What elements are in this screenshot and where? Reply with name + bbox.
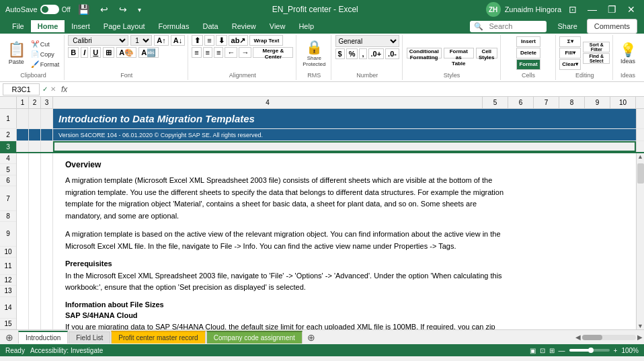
bold-button[interactable]: B [68, 47, 79, 58]
normal-view-icon[interactable]: ▣ [530, 347, 536, 354]
sheet-tab-company-code[interactable]: Company code assignment [206, 331, 303, 344]
cell-2-2[interactable] [29, 129, 41, 141]
close-icon[interactable]: ✕ [624, 3, 639, 16]
indent-decrease-button[interactable]: ← [225, 47, 237, 58]
fill-color-button[interactable]: A🎨 [116, 47, 136, 58]
tab-review[interactable]: Review [225, 20, 263, 32]
align-left-button[interactable]: ≡ [192, 47, 201, 58]
sheet-tab-introduction[interactable]: Introduction [18, 331, 68, 344]
text-angle-button[interactable]: ab↗ [229, 35, 249, 46]
autosum-button[interactable]: Σ▾ [559, 36, 581, 47]
vertical-scrollbar[interactable]: ▲ ▼ [636, 153, 644, 329]
tab-data[interactable]: Data [196, 20, 225, 32]
fill-button[interactable]: Fill▾ [559, 48, 581, 58]
save-icon[interactable]: 💾 [75, 3, 93, 16]
format-button[interactable]: Format [516, 59, 540, 70]
cell-3-4[interactable] [53, 141, 636, 152]
cell-reference-input[interactable] [3, 83, 40, 95]
tab-view[interactable]: View [263, 20, 292, 32]
format-as-table-button[interactable]: Format asTable [444, 48, 474, 58]
scroll-left-button[interactable]: ◀ [575, 333, 581, 341]
scroll-up-button[interactable]: ▲ [637, 153, 644, 160]
underline-button[interactable]: U [90, 47, 101, 58]
share-button[interactable]: Share [551, 19, 583, 33]
main-content-cell[interactable]: Overview A migration template (Microsoft… [53, 153, 636, 329]
minimize-icon[interactable]: — [584, 3, 600, 16]
cancel-formula-icon[interactable]: ✕ [50, 85, 56, 93]
tab-file[interactable]: File [5, 20, 31, 32]
find-select-button[interactable]: Find & Select [583, 53, 610, 64]
font-grow-button[interactable]: A↑ [154, 35, 168, 46]
add-sheet-button[interactable]: ⊕ [1, 332, 17, 343]
currency-button[interactable]: $ [335, 48, 345, 59]
sort-filter-button[interactable]: Sort & Filter [583, 42, 610, 52]
cut-button[interactable]: ✂️ Cut [29, 40, 62, 48]
horizontal-scroll-thumb[interactable] [582, 335, 602, 340]
tab-insert[interactable]: Insert [65, 20, 97, 32]
cell-2-4[interactable]: Version S4CORE 104 - 06.01.2020 © Copyri… [53, 129, 636, 141]
ideas-button[interactable]: 💡 Ideas [617, 40, 639, 66]
cell-3-2[interactable] [29, 141, 41, 152]
sheet-tab-profit-center[interactable]: Profit center master record [111, 331, 205, 344]
user-avatar[interactable]: ZH [486, 2, 501, 17]
autosave-toggle[interactable] [40, 5, 59, 14]
search-input[interactable] [489, 22, 542, 30]
tab-page-layout[interactable]: Page Layout [97, 20, 152, 32]
align-right-button[interactable]: ≡ [214, 47, 223, 58]
conditional-formatting-button[interactable]: ConditionalFormatting [407, 48, 442, 58]
align-top-button[interactable]: ⬆ [192, 35, 203, 46]
cell-styles-button[interactable]: CellStyles [476, 48, 497, 58]
cell-1-2[interactable] [29, 109, 41, 128]
font-color-button[interactable]: A🔤 [138, 47, 159, 58]
cell-2-3[interactable] [41, 129, 53, 141]
tab-help[interactable]: Help [292, 20, 321, 32]
align-bottom-button[interactable]: ⬇ [216, 35, 227, 46]
font-size-select[interactable]: 11 [130, 35, 152, 46]
tab-home[interactable]: Home [31, 20, 65, 32]
clear-button[interactable]: Clear▾ [559, 59, 581, 70]
align-center-button[interactable]: ≡ [203, 47, 212, 58]
redo-icon[interactable]: ↪ [116, 3, 130, 16]
comma-button[interactable]: , [359, 48, 366, 59]
copy-button[interactable]: 📄 Copy [29, 50, 62, 58]
decimal-increase-button[interactable]: .0+ [368, 48, 385, 59]
ribbon-display-icon[interactable]: ⊡ [565, 3, 580, 16]
percent-button[interactable]: % [346, 48, 358, 59]
cell-3-3[interactable] [41, 141, 53, 152]
scroll-right-button[interactable]: ▶ [637, 333, 643, 341]
restore-icon[interactable]: ❐ [604, 3, 620, 16]
cell-2-1[interactable] [17, 129, 29, 141]
paste-button[interactable]: 📋 Paste [5, 40, 28, 67]
insert-button[interactable]: Insert [516, 36, 540, 47]
merge-center-button[interactable]: Merge & Center [253, 47, 293, 58]
horizontal-scrollbar[interactable] [582, 335, 636, 340]
zoom-slider-thumb[interactable] [588, 348, 594, 353]
font-name-select[interactable]: Calibri [68, 35, 128, 46]
page-break-icon[interactable]: ⊞ [549, 347, 555, 354]
scroll-thumb[interactable] [637, 163, 644, 184]
decimal-decrease-button[interactable]: .0- [385, 48, 399, 59]
format-painter-button[interactable]: 🖌️ Format [29, 60, 62, 69]
zoom-slider[interactable] [569, 349, 610, 352]
italic-button[interactable]: I [81, 47, 88, 58]
wrap-text-button[interactable]: Wrap Text [249, 35, 283, 46]
border-button[interactable]: ⊞ [103, 47, 114, 58]
cell-1-3[interactable] [41, 109, 53, 128]
sheet-tab-field-list[interactable]: Field List [69, 331, 110, 344]
undo-icon[interactable]: ↩ [97, 3, 112, 16]
more-sheets-button[interactable]: ⊕ [303, 332, 319, 343]
tab-formulas[interactable]: Formulas [152, 20, 196, 32]
zoom-level[interactable]: 100% [621, 347, 639, 354]
zoom-minus-icon[interactable]: — [559, 347, 565, 354]
comments-button[interactable]: Comments [587, 19, 637, 34]
cell-1-4[interactable]: Introduction to Data Migration Templates [53, 109, 636, 128]
cell-3-1[interactable] [17, 141, 29, 152]
number-format-select[interactable]: General [335, 35, 399, 47]
share-protected-button[interactable]: 🔒 ShareProtected [300, 38, 327, 69]
align-middle-button[interactable]: ≡ [204, 35, 214, 46]
page-layout-icon[interactable]: ⊡ [540, 347, 545, 354]
check-icon[interactable]: ✓ [42, 85, 48, 93]
indent-increase-button[interactable]: → [239, 47, 251, 58]
cell-1-1[interactable] [17, 109, 29, 128]
font-shrink-button[interactable]: A↓ [171, 35, 185, 46]
